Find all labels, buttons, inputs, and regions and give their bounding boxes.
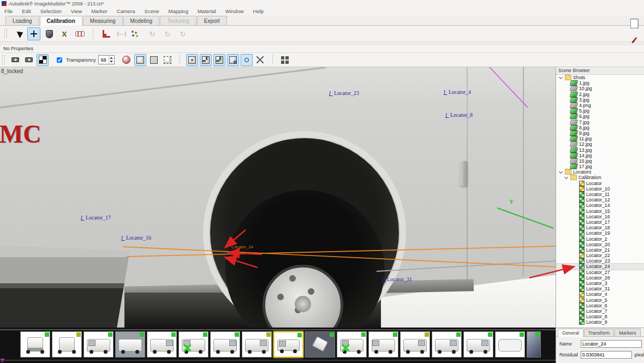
menu-item-selection[interactable]: Selection xyxy=(40,8,62,14)
filmstrip-thumbnail[interactable] xyxy=(147,331,177,358)
residual-input[interactable] xyxy=(581,351,632,359)
fit-view-icon[interactable] xyxy=(254,54,266,66)
marker-cube-icon[interactable] xyxy=(200,54,212,66)
zoom-region-icon[interactable] xyxy=(241,54,253,66)
inspector-tab-markers[interactable]: Markers xyxy=(615,329,640,336)
tab-modeling[interactable]: Modeling xyxy=(123,16,160,25)
shot-item[interactable]: 14.jpg xyxy=(556,153,644,158)
select-tool-icon[interactable] xyxy=(12,27,25,40)
viewport-layout-grid-icon[interactable] xyxy=(279,54,291,66)
locator-item[interactable]: Locator_17 xyxy=(556,219,644,225)
shot-item[interactable]: 10.jpg xyxy=(556,86,644,91)
locator-item[interactable]: Locator_27 xyxy=(556,270,644,275)
shot-item[interactable]: 4.png xyxy=(556,103,644,108)
rotate-x-tool-icon[interactable] xyxy=(146,27,159,40)
pan-camera-icon[interactable] xyxy=(23,54,35,66)
locator-item[interactable]: Locator_5 xyxy=(556,297,644,303)
locator-item[interactable]: Locator_31 xyxy=(556,286,644,291)
measure-tool-icon[interactable] xyxy=(73,27,86,40)
locator-item[interactable]: Locator_4 xyxy=(556,291,644,297)
tab-loading[interactable]: Loading xyxy=(5,16,39,25)
menu-item-material[interactable]: Material xyxy=(198,8,216,14)
tab-export[interactable]: Export xyxy=(197,16,227,25)
locator-item[interactable]: Locator_3 xyxy=(556,281,644,286)
distance-constraint-tool-icon[interactable] xyxy=(115,27,128,40)
transparency-input[interactable] xyxy=(99,56,109,64)
locator-item[interactable]: Locator_20 xyxy=(556,242,644,247)
filmstrip-thumbnail[interactable] xyxy=(242,331,272,358)
locator-item[interactable]: Locator_10 xyxy=(556,186,644,192)
locator-item[interactable]: Locator_19 xyxy=(556,230,644,236)
chevron-down-icon[interactable] xyxy=(564,175,568,179)
shot-item[interactable]: 12.jpg xyxy=(556,141,644,147)
locator-item[interactable]: Locator_18 xyxy=(556,225,644,230)
menu-item-window[interactable]: Window xyxy=(225,8,244,14)
menu-item-scene[interactable]: Scene xyxy=(145,8,159,14)
background-swatch-icon[interactable] xyxy=(37,54,49,66)
locator-item[interactable]: Locator_22 xyxy=(556,253,644,258)
locators-folder-row[interactable]: Locators xyxy=(556,169,644,175)
menu-item-mapping[interactable]: Mapping xyxy=(169,8,188,14)
point-cloud-cube-icon[interactable] xyxy=(186,54,198,66)
shot-item[interactable]: 9.jpg xyxy=(556,130,644,136)
filmstrip-thumbnail[interactable] xyxy=(84,331,114,358)
shot-item[interactable]: 11.jpg xyxy=(556,136,644,141)
shot-item[interactable]: 2.jpg xyxy=(556,92,644,97)
locator-item[interactable]: Locator_8 xyxy=(556,314,644,319)
locator-cube-icon[interactable] xyxy=(213,54,225,66)
place-locator-tool-icon[interactable] xyxy=(27,27,40,40)
tab-calibration[interactable]: Calibration xyxy=(40,16,82,26)
filmstrip-thumbnail[interactable] xyxy=(210,331,240,358)
menu-item-help[interactable]: Help xyxy=(253,8,264,14)
locator-item[interactable]: Locator_9 xyxy=(556,319,644,325)
calibration-points-tool-icon[interactable] xyxy=(130,27,144,40)
filmstrip-thumbnail[interactable] xyxy=(495,331,525,358)
viewport-locator-label[interactable]: Locator_31 xyxy=(383,276,412,282)
shot-item[interactable]: 1.jpg xyxy=(556,80,644,86)
menu-item-view[interactable]: View xyxy=(71,8,82,14)
wire-cube-icon[interactable] xyxy=(134,54,146,66)
viewport-locator-label[interactable]: Locator_8 xyxy=(446,112,473,118)
viewport-locator-label[interactable]: Locator_16 xyxy=(122,235,151,241)
name-input[interactable] xyxy=(581,340,642,348)
filmstrip-thumbnail[interactable] xyxy=(527,331,541,358)
shot-item[interactable]: 13.jpg xyxy=(556,147,644,152)
locator-item[interactable]: Locator_14 xyxy=(556,203,644,208)
shot-item[interactable]: 15.jpg xyxy=(556,158,644,164)
filmstrip-thumbnail[interactable] xyxy=(368,331,398,358)
locator-item[interactable]: Locator_2 xyxy=(556,236,644,241)
shots-folder-row[interactable]: Shots xyxy=(556,75,644,80)
mask-tool-icon[interactable] xyxy=(43,27,56,40)
chevron-down-icon[interactable] xyxy=(559,170,563,174)
menu-item-camera[interactable]: Camera xyxy=(117,8,135,14)
shot-item[interactable]: 3.jpg xyxy=(556,97,644,103)
calibration-folder-row[interactable]: Calibration xyxy=(556,175,644,180)
shot-item[interactable]: 17.jpg xyxy=(556,164,644,169)
chevron-down-icon[interactable] xyxy=(559,75,563,79)
transparency-checkbox[interactable] xyxy=(57,57,62,63)
filmstrip-thumbnail[interactable] xyxy=(463,331,493,358)
viewport-locator-label[interactable]: Locator_4 xyxy=(444,89,471,95)
filmstrip-thumbnail[interactable] xyxy=(115,331,145,358)
inspector-tab-transform[interactable]: Transform xyxy=(584,329,614,336)
filmstrip-thumbnail[interactable] xyxy=(52,331,82,358)
filmstrip-thumbnail[interactable] xyxy=(400,331,430,358)
shot-item[interactable]: 8.jpg xyxy=(556,125,644,130)
origin-constraint-tool-icon[interactable] xyxy=(100,27,113,40)
shot-item[interactable]: 5.jpg xyxy=(556,108,644,114)
locator-item[interactable]: Locator_12 xyxy=(556,197,644,203)
spin-down-icon[interactable] xyxy=(109,59,114,63)
locator-item[interactable]: Locator_16 xyxy=(556,214,644,219)
shot-item[interactable]: 6.jpg xyxy=(556,114,644,119)
locator-item[interactable]: Locator_24 xyxy=(556,264,644,269)
tab-measuring[interactable]: Measuring xyxy=(83,16,123,25)
transparency-spinner[interactable] xyxy=(98,55,115,64)
spin-up-icon[interactable] xyxy=(109,56,114,59)
filmstrip-thumbnail[interactable] xyxy=(305,331,335,358)
filmstrip-thumbnail[interactable] xyxy=(20,331,50,358)
ghost-cube-icon[interactable] xyxy=(162,54,174,66)
solid-cube-icon[interactable] xyxy=(148,54,160,66)
shot-item[interactable]: 7.jpg xyxy=(556,120,644,125)
menu-item-marker[interactable]: Marker xyxy=(91,8,108,14)
shaded-sphere-icon[interactable] xyxy=(121,54,133,66)
